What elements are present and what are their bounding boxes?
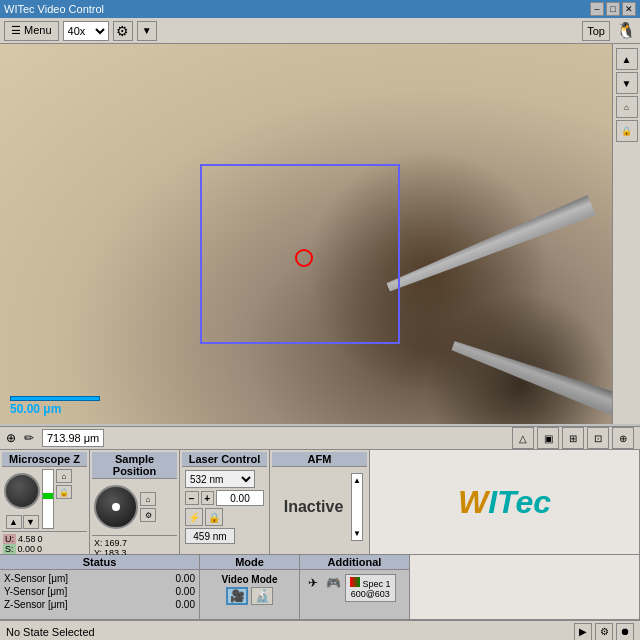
spec-color: [350, 577, 360, 587]
z-slider[interactable]: [42, 469, 54, 529]
additional-panel: Additional ✈ 🎮 Spec 1 600@603: [300, 555, 410, 619]
cursor-icon[interactable]: ⊕: [6, 431, 16, 445]
bottom-toolbar: ⊕ ✏ 713.98 μm △ ▣ ⊞ ⊡ ⊕: [0, 426, 640, 450]
mode-icons: 🎥 🔬: [226, 587, 273, 605]
spec-value: 600@603: [351, 589, 390, 599]
z-up-btn[interactable]: ▲: [6, 515, 22, 529]
panels-row: Microscope Z ▲ ▼ ⌂ 🔒 U: 4.58 0: [0, 450, 640, 555]
afm-title: AFM: [272, 452, 367, 467]
afm-panel: AFM Inactive ▲ ▼: [270, 450, 370, 554]
z-slider-thumb: [43, 493, 53, 499]
witec-brand-bottom: [410, 555, 640, 619]
z-knob[interactable]: [4, 473, 40, 509]
afm-down-arrow[interactable]: ▼: [353, 529, 361, 538]
top-label: Top: [582, 21, 610, 41]
afm-slider[interactable]: ▲ ▼: [351, 473, 363, 541]
settings-icon[interactable]: ⚙: [113, 21, 133, 41]
sensor-row-x: X-Sensor [μm] 0.00: [2, 572, 197, 585]
titlebar: WITec Video Control – □ ✕: [0, 0, 640, 18]
video-area[interactable]: 50.00 μm: [0, 44, 612, 424]
record-button[interactable]: ⏺: [616, 623, 634, 641]
add-icons: ✈ 🎮: [304, 574, 342, 592]
witec-brand: WITec: [370, 450, 640, 554]
microscope-mode-icon[interactable]: 🔬: [251, 587, 273, 605]
sensor-y-value: 0.00: [176, 586, 195, 597]
status-panel: Status X-Sensor [μm] 0.00 Y-Sensor [μm] …: [0, 555, 200, 619]
minimize-button[interactable]: –: [590, 2, 604, 16]
chevron-down-icon[interactable]: ▼: [137, 21, 157, 41]
bt-icon-grid2[interactable]: ⊞: [562, 427, 584, 449]
afm-up-arrow[interactable]: ▲: [353, 476, 361, 485]
close-button[interactable]: ✕: [622, 2, 636, 16]
sensor-z-value: 0.00: [176, 599, 195, 610]
sensor-x-value: 0.00: [176, 573, 195, 584]
add-icon-gamepad[interactable]: 🎮: [324, 574, 342, 592]
witec-logo: WITec: [458, 484, 551, 521]
scale-label: 50.00 μm: [10, 402, 61, 416]
sensor-row-y: Y-Sensor [μm] 0.00: [2, 585, 197, 598]
sensor-row-z: Z-Sensor [μm] 0.00: [2, 598, 197, 611]
laser-icon-1[interactable]: ⚡: [185, 508, 203, 526]
bt-icon-triangle[interactable]: △: [512, 427, 534, 449]
strip-btn-lock[interactable]: 🔒: [616, 120, 638, 142]
play-button[interactable]: ▶: [574, 623, 592, 641]
microscope-z-panel: Microscope Z ▲ ▼ ⌂ 🔒 U: 4.58 0: [0, 450, 90, 554]
laser-nm-display: 459 nm: [185, 528, 235, 544]
sensor-y-label: Y-Sensor [μm]: [4, 586, 67, 597]
mode-body: Video Mode 🎥 🔬: [200, 570, 299, 609]
bt-icon-crosshair[interactable]: ⊕: [612, 427, 634, 449]
x-value: 169.7: [105, 538, 128, 548]
sample-position-title: Sample Position: [92, 452, 177, 479]
sensor-z-label: Z-Sensor [μm]: [4, 599, 68, 610]
mode-panel: Mode Video Mode 🎥 🔬: [200, 555, 300, 619]
sp-home-btn[interactable]: ⌂: [140, 492, 156, 506]
mode-label: Video Mode: [222, 574, 278, 585]
bt-icons-right: △ ▣ ⊞ ⊡ ⊕: [512, 427, 634, 449]
maximize-button[interactable]: □: [606, 2, 620, 16]
add-icon-plane[interactable]: ✈: [304, 574, 322, 592]
laser-control-panel: Laser Control 532 nm 488 nm 633 nm − + 0…: [180, 450, 270, 554]
wavelength-select[interactable]: 532 nm 488 nm 633 nm: [185, 470, 255, 488]
pencil-icon[interactable]: ✏: [24, 431, 34, 445]
sample-position-panel: Sample Position ⌂ ⚙ X: 169.7 Y: 183.3: [90, 450, 180, 554]
z-lock-btn[interactable]: 🔒: [56, 485, 72, 499]
bt-icon-fullscreen[interactable]: ⊡: [587, 427, 609, 449]
status-row: Status X-Sensor [μm] 0.00 Y-Sensor [μm] …: [0, 555, 640, 620]
z-coord-area: U: 4.58 0 S: 0.00 0: [2, 531, 87, 556]
s-unit: 0: [37, 544, 42, 554]
laser-icon-2[interactable]: 🔒: [205, 508, 223, 526]
laser-plus-btn[interactable]: +: [201, 491, 215, 505]
afm-status: Inactive: [276, 498, 351, 516]
strip-btn-1[interactable]: ▲: [616, 48, 638, 70]
sample-position-body: ⌂ ⚙: [92, 479, 177, 535]
sp-joystick[interactable]: [94, 485, 138, 529]
laser-value: 0.00: [216, 490, 264, 506]
zoom-select[interactable]: 40x 10x 20x 60x 100x: [63, 21, 109, 41]
u-unit: 0: [38, 534, 43, 544]
sp-dot: [112, 503, 120, 511]
laser-minus-btn[interactable]: −: [185, 491, 199, 505]
crosshair-circle: [295, 249, 313, 267]
spec-button[interactable]: Spec 1 600@603: [345, 574, 396, 602]
bs-settings-icon[interactable]: ⚙: [595, 623, 613, 641]
z-home-btn[interactable]: ⌂: [56, 469, 72, 483]
afm-body: Inactive ▲ ▼: [272, 467, 367, 547]
video-mode-icon[interactable]: 🎥: [226, 587, 248, 605]
bs-controls: ▶ ⚙ ⏺: [574, 623, 634, 641]
sp-settings-icon[interactable]: ⚙: [140, 508, 156, 522]
laser-control-body: 532 nm 488 nm 633 nm − + 0.00 ⚡ 🔒 459 nm: [182, 467, 267, 547]
strip-btn-2[interactable]: ▼: [616, 72, 638, 94]
sensor-x-label: X-Sensor [μm]: [4, 573, 68, 584]
microscope-z-title: Microscope Z: [2, 452, 87, 467]
spec-label: Spec 1: [363, 579, 391, 589]
witec-text: ITec: [488, 484, 551, 520]
position-display: 713.98 μm: [42, 429, 104, 447]
status-text: No State Selected: [6, 626, 95, 638]
s-value: 0.00: [18, 544, 36, 554]
menu-button[interactable]: ☰ Menu: [4, 21, 59, 41]
status-title: Status: [0, 555, 199, 570]
strip-btn-home[interactable]: ⌂: [616, 96, 638, 118]
z-down-btn[interactable]: ▼: [23, 515, 39, 529]
bt-icon-grid1[interactable]: ▣: [537, 427, 559, 449]
mode-title: Mode: [200, 555, 299, 570]
